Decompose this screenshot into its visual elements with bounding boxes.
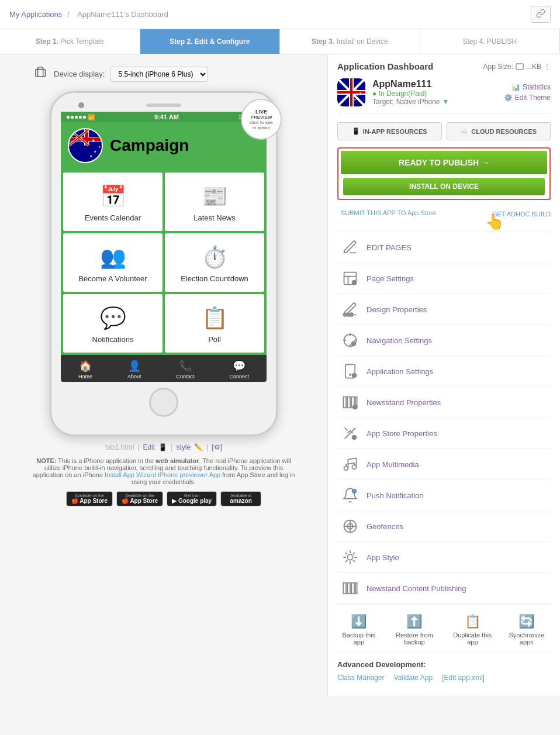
menu-design-properties[interactable]: CSS Design Properties xyxy=(337,294,551,325)
nav-about-icon: 👤 xyxy=(128,360,141,372)
menu-navigation-settings[interactable]: Navigation Settings xyxy=(337,325,551,356)
nav-tab-about[interactable]: 👤 About xyxy=(127,360,141,379)
phone-footer-links: tab1.html | Edit 📱 | style ✏️ | [⚙] xyxy=(105,443,222,451)
sync-action[interactable]: 🔄 Synchronize apps xyxy=(503,614,551,646)
footer-style-link[interactable]: style xyxy=(176,443,191,451)
app-info: ★ ★ ★ ★ ★ AppName111 In Design(Paid) Tar… xyxy=(337,78,551,114)
nav-connect-label: Connect xyxy=(229,374,249,379)
svg-point-38 xyxy=(352,374,357,378)
nav-tab-contact[interactable]: 📞 Contact xyxy=(176,360,194,379)
svg-text:★: ★ xyxy=(356,93,359,96)
menu-application-settings[interactable]: Application Settings xyxy=(337,356,551,387)
backup-action[interactable]: ⬇️ Backup this app xyxy=(337,614,381,646)
device-display-select[interactable]: 5.5-inch (iPhone 6 Plus) xyxy=(110,67,208,82)
svg-rect-53 xyxy=(351,583,354,594)
app-flag: ★ ★ ★ ★ ★ xyxy=(68,128,103,163)
page-settings-label: Page Settings xyxy=(367,274,414,283)
signal-dot xyxy=(75,116,78,119)
grid-item-poll[interactable]: 📋 Poll xyxy=(165,294,264,353)
svg-rect-40 xyxy=(347,397,350,408)
phone-footer: tab1.html | Edit 📱 | style ✏️ | [⚙] xyxy=(105,443,222,451)
svg-text:★: ★ xyxy=(91,138,95,143)
push-notification-icon xyxy=(341,486,359,505)
nav-connect-icon: 💬 xyxy=(233,360,246,372)
app-style-label: App Style xyxy=(367,553,399,562)
install-on-device-btn[interactable]: INSTALL ON DEVICE xyxy=(343,178,545,195)
stats-icon: 📊 xyxy=(511,83,520,91)
step-2[interactable]: Step 2. Edit & Configure xyxy=(140,29,281,54)
poll-label: Poll xyxy=(208,335,221,344)
store-badge-ios2[interactable]: Available on the 🍎 App Store xyxy=(116,491,163,506)
footer-separator3: | xyxy=(206,443,208,451)
phone-screen: 📶 9:41 AM 100% 🔋 xyxy=(61,112,267,382)
edit-theme-icon: ⚙️ xyxy=(504,94,513,102)
adhoc-link[interactable]: GET ADHOC BUILD xyxy=(492,211,551,218)
menu-app-multimedia[interactable]: App Multimedia xyxy=(337,449,551,480)
advanced-dev-title: Advanced Development: xyxy=(337,660,551,669)
grid-item-latest-news[interactable]: 📰 Latest News xyxy=(165,172,264,231)
store-badge-ios[interactable]: Available on the 🍎 App Store xyxy=(66,491,113,506)
grid-item-election-countdown[interactable]: ⏱️ Election Countdown xyxy=(165,233,264,292)
target-value: Native iPhone xyxy=(396,98,440,106)
footer-settings-link[interactable]: [⚙] xyxy=(212,443,222,451)
dashboard-more-icon[interactable]: ⋮ xyxy=(544,63,551,71)
store-badge-amazon[interactable]: Available at amazon xyxy=(220,491,261,506)
menu-push-notification[interactable]: Push Notification xyxy=(337,480,551,511)
edit-theme-link[interactable]: ⚙️ Edit Theme xyxy=(504,94,551,102)
class-manager-link[interactable]: Class Manager xyxy=(337,674,385,682)
menu-app-style[interactable]: App Style xyxy=(337,542,551,573)
grid-item-notifications[interactable]: 💬 Notifications xyxy=(63,294,163,353)
footer-separator: | xyxy=(137,443,139,451)
election-countdown-icon: ⏱️ xyxy=(202,245,228,270)
menu-newsstand-properties[interactable]: Newsstand Properties xyxy=(337,387,551,418)
store-badge-google[interactable]: Get it on ▶ Google play xyxy=(167,491,217,506)
restore-action[interactable]: ⬆️ Restore from backup xyxy=(386,614,443,646)
submit-appstore-link[interactable]: SUBMIT THIS APP TO App Store xyxy=(341,209,436,216)
device-display-label: Device display: xyxy=(54,70,105,78)
ready-to-publish-btn[interactable]: READY TO PUBLISH → xyxy=(341,151,547,174)
cloud-resources-btn[interactable]: ☁️ CLOUD RESOURCES xyxy=(447,122,551,140)
svg-point-35 xyxy=(351,341,355,346)
nav-tab-home[interactable]: 🏠 Home xyxy=(78,360,92,379)
top-nav-link-icon[interactable] xyxy=(531,6,551,23)
menu-geofences[interactable]: Geofences xyxy=(337,511,551,542)
target-dropdown-icon[interactable]: ▼ xyxy=(442,98,449,106)
newsstand-content-icon xyxy=(341,579,359,598)
svg-point-44 xyxy=(352,436,357,440)
stats-link[interactable]: 📊 Statistics xyxy=(511,83,551,91)
svg-text:★: ★ xyxy=(94,150,96,153)
status-time: 9:41 AM xyxy=(154,113,179,120)
validate-app-link[interactable]: Validate App xyxy=(394,674,433,682)
breadcrumb-my-apps[interactable]: My Applications xyxy=(9,10,62,19)
duplicate-action[interactable]: 📋 Duplicate this app xyxy=(448,614,496,646)
nav-contact-icon: 📞 xyxy=(179,360,192,372)
newsstand-content-label: Newstand Content Publishing xyxy=(367,584,466,593)
app-size-value: ...KB xyxy=(526,63,541,71)
svg-point-50 xyxy=(347,554,352,560)
svg-point-37 xyxy=(350,374,351,375)
nav-tab-connect[interactable]: 💬 Connect xyxy=(229,360,249,379)
menu-edit-pages[interactable]: EDIT PAGES xyxy=(337,232,551,263)
footer-edit-link[interactable]: Edit xyxy=(143,443,155,451)
menu-page-settings[interactable]: Page Settings xyxy=(337,263,551,294)
latest-news-label: Latest News xyxy=(193,213,236,222)
menu-items: EDIT PAGES Page Settings xyxy=(337,232,551,604)
menu-app-store-properties[interactable]: App Store Properties xyxy=(337,418,551,449)
live-preview-badge[interactable]: LIVE PREVIEW click to see in action xyxy=(241,99,282,140)
step-4[interactable]: Step 4. PUBLISH xyxy=(420,29,561,54)
menu-newsstand-content-publishing[interactable]: Newstand Content Publishing xyxy=(337,573,551,604)
grid-item-events-calendar[interactable]: 📅 Events Calendar xyxy=(63,172,163,231)
step-1[interactable]: Step 1. Pick Template xyxy=(0,29,140,54)
poll-icon: 📋 xyxy=(202,306,228,330)
svg-point-46 xyxy=(352,465,357,469)
install-app-link[interactable]: Install App Wizard iPhone previewer App xyxy=(105,471,220,478)
step-3[interactable]: Step 3. Install on Device xyxy=(280,29,420,54)
edit-app-xml-link[interactable]: [Edit app.xml] xyxy=(442,674,485,682)
dashboard-header: Application Dashboard App Size: ...KB ⋮ xyxy=(337,61,551,71)
advanced-dev-links: Class Manager Validate App [Edit app.xml… xyxy=(337,674,551,682)
svg-text:★: ★ xyxy=(358,99,360,101)
dashboard-title: Application Dashboard xyxy=(337,61,433,71)
in-app-resources-btn[interactable]: 📱 IN-APP RESOURCES xyxy=(337,122,442,140)
grid-item-volunteer[interactable]: 👥 Become A Volunteer xyxy=(63,233,163,292)
phone-home-button[interactable] xyxy=(149,388,178,417)
